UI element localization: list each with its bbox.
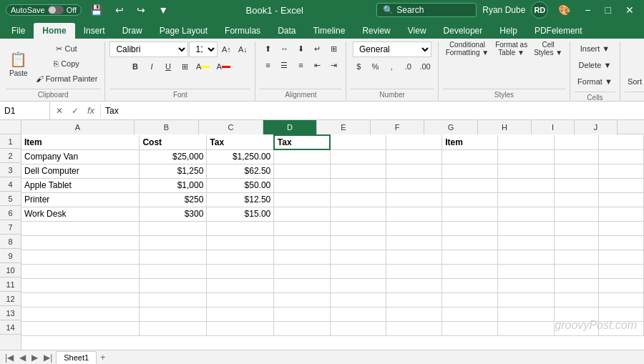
cell-h1[interactable] bbox=[498, 135, 554, 149]
cell-b6[interactable]: $300 bbox=[140, 207, 207, 221]
ribbon-display-options[interactable]: 🎨 bbox=[554, 3, 575, 17]
col-header-d[interactable]: D bbox=[263, 120, 317, 134]
cell-h2[interactable] bbox=[498, 149, 554, 164]
cell-a13[interactable] bbox=[21, 307, 140, 321]
cell-b1[interactable]: Cost bbox=[140, 135, 207, 149]
cell-styles-button[interactable]: CellStyles ▼ bbox=[531, 41, 565, 56]
cell-f3[interactable] bbox=[386, 164, 441, 178]
paste-button[interactable]: 📋 Paste bbox=[6, 44, 31, 84]
tab-file[interactable]: File bbox=[3, 23, 34, 39]
underline-button[interactable]: U bbox=[160, 59, 176, 74]
sheet-nav-prev[interactable]: ◀ bbox=[17, 353, 28, 363]
cell-d4[interactable] bbox=[274, 178, 330, 192]
cell-a9[interactable] bbox=[21, 250, 140, 264]
cell-f2[interactable] bbox=[386, 149, 441, 164]
row-header-1[interactable]: 1 bbox=[0, 134, 21, 149]
confirm-formula-button[interactable]: ✓ bbox=[69, 104, 82, 117]
cell-g6[interactable] bbox=[442, 207, 498, 221]
restore-button[interactable]: □ bbox=[601, 3, 615, 17]
row-header-4[interactable]: 4 bbox=[0, 177, 21, 192]
redo-button[interactable]: ↪ bbox=[132, 3, 150, 17]
row-header-6[interactable]: 6 bbox=[0, 206, 21, 220]
cell-f6[interactable] bbox=[386, 207, 441, 221]
undo-button[interactable]: ↩ bbox=[111, 3, 128, 17]
quick-access-more[interactable]: ▼ bbox=[154, 3, 172, 17]
format-table-button[interactable]: Format asTable ▼ bbox=[492, 41, 530, 56]
col-header-h[interactable]: H bbox=[478, 120, 532, 134]
cell-i5[interactable] bbox=[554, 192, 599, 207]
cell-a4[interactable]: Apple Tablet bbox=[21, 178, 140, 192]
cell-j2[interactable] bbox=[599, 149, 644, 164]
font-size-selector[interactable]: 11 bbox=[189, 41, 218, 57]
delete-cells-button[interactable]: Delete ▼ bbox=[576, 58, 615, 72]
cell-g2[interactable] bbox=[442, 149, 498, 164]
tab-pdfelement[interactable]: PDFelement bbox=[526, 23, 591, 39]
cell-b5[interactable]: $250 bbox=[140, 192, 207, 207]
row-header-13[interactable]: 13 bbox=[0, 306, 21, 320]
save-button[interactable]: 💾 bbox=[86, 3, 107, 17]
cell-f1[interactable] bbox=[386, 135, 441, 149]
cell-i2[interactable] bbox=[554, 149, 599, 164]
increase-decimal-button[interactable]: .0 bbox=[400, 59, 416, 74]
cell-i3[interactable] bbox=[554, 164, 599, 178]
cell-c1[interactable]: Tax bbox=[207, 135, 274, 149]
sheet-nav-last[interactable]: ▶| bbox=[42, 353, 54, 363]
autosave-knob[interactable] bbox=[48, 6, 64, 14]
italic-button[interactable]: I bbox=[144, 59, 160, 74]
cell-f4[interactable] bbox=[386, 178, 441, 192]
tab-help[interactable]: Help bbox=[491, 23, 526, 39]
decrease-decimal-button[interactable]: .00 bbox=[416, 59, 433, 74]
cell-d2[interactable] bbox=[274, 149, 330, 164]
cell-e2[interactable] bbox=[330, 149, 386, 164]
align-center-button[interactable]: ☰ bbox=[276, 58, 292, 72]
col-header-i[interactable]: I bbox=[532, 120, 575, 134]
tab-timeline[interactable]: Timeline bbox=[304, 23, 353, 39]
cell-a3[interactable]: Dell Computer bbox=[21, 164, 140, 178]
add-sheet-button[interactable]: + bbox=[98, 353, 107, 363]
col-header-b[interactable]: B bbox=[135, 120, 199, 134]
cell-c6[interactable]: $15.00 bbox=[207, 207, 274, 221]
cell-c3[interactable]: $62.50 bbox=[207, 164, 274, 178]
cell-d5[interactable] bbox=[274, 192, 330, 207]
cell-h3[interactable] bbox=[498, 164, 554, 178]
cell-j6[interactable] bbox=[599, 207, 644, 221]
cell-i6[interactable] bbox=[554, 207, 599, 221]
row-header-3[interactable]: 3 bbox=[0, 163, 21, 177]
tab-draw[interactable]: Draw bbox=[114, 23, 151, 39]
cell-j4[interactable] bbox=[599, 178, 644, 192]
cell-c4[interactable]: $50.00 bbox=[207, 178, 274, 192]
conditional-formatting-button[interactable]: ConditionalFormatting ▼ bbox=[443, 41, 492, 56]
format-painter-button[interactable]: 🖌 Format Painter bbox=[33, 72, 101, 86]
wrap-text-button[interactable]: ↵ bbox=[309, 41, 325, 56]
cell-e6[interactable] bbox=[330, 207, 386, 221]
tab-view[interactable]: View bbox=[399, 23, 435, 39]
align-top-button[interactable]: ⬆ bbox=[260, 41, 275, 56]
cell-g3[interactable] bbox=[442, 164, 498, 178]
fill-color-button[interactable]: A bbox=[193, 59, 213, 74]
cell-a7[interactable] bbox=[21, 221, 140, 235]
sheet-nav-next[interactable]: ▶ bbox=[29, 353, 40, 363]
cell-b4[interactable]: $1,000 bbox=[140, 178, 207, 192]
sheet-tab-1[interactable]: Sheet1 bbox=[56, 351, 97, 364]
font-name-selector[interactable]: Calibri bbox=[109, 41, 188, 57]
tab-page-layout[interactable]: Page Layout bbox=[151, 23, 216, 39]
row-header-9[interactable]: 9 bbox=[0, 249, 21, 263]
sheet-nav-first[interactable]: |◀ bbox=[3, 353, 16, 363]
name-box[interactable]: D1 bbox=[0, 102, 50, 120]
cell-a14[interactable] bbox=[21, 321, 140, 335]
cell-a10[interactable] bbox=[21, 264, 140, 278]
cell-b2[interactable]: $25,000 bbox=[140, 149, 207, 164]
cell-e3[interactable] bbox=[330, 164, 386, 178]
row-header-7[interactable]: 7 bbox=[0, 220, 21, 235]
format-cells-button[interactable]: Format ▼ bbox=[575, 74, 615, 89]
formula-input[interactable] bbox=[101, 106, 644, 116]
copy-button[interactable]: ⎘ Copy bbox=[33, 56, 101, 71]
cell-g4[interactable] bbox=[442, 178, 498, 192]
border-button[interactable]: ⊞ bbox=[177, 59, 192, 74]
cell-a2[interactable]: Company Van bbox=[21, 149, 140, 164]
user-avatar[interactable]: RD bbox=[531, 1, 548, 19]
col-header-f[interactable]: F bbox=[371, 120, 424, 134]
cell-h4[interactable] bbox=[498, 178, 554, 192]
col-header-a[interactable]: A bbox=[21, 120, 135, 134]
col-header-g[interactable]: G bbox=[424, 120, 478, 134]
